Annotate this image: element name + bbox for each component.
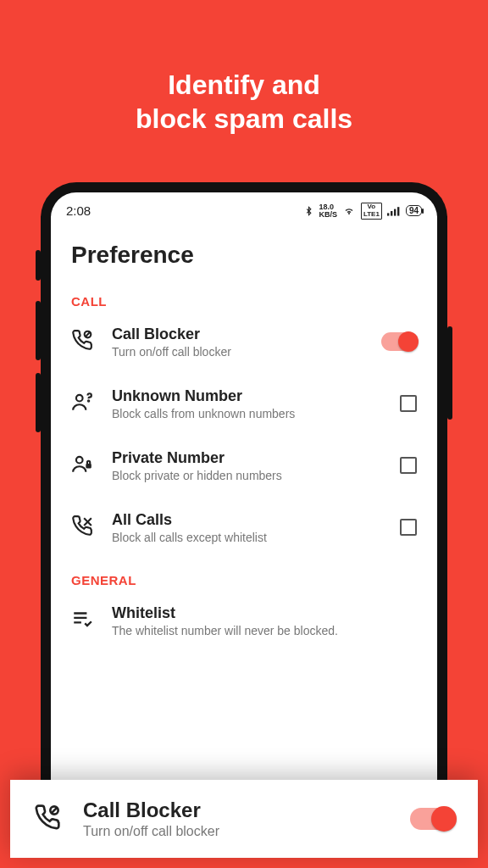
row-subtitle: Block calls from unknown numbers xyxy=(112,407,364,420)
private-person-icon xyxy=(71,453,95,478)
signal-icon xyxy=(387,206,401,216)
volte-icon: Vo LTE1 xyxy=(361,203,382,220)
checkbox-private-number[interactable] xyxy=(400,457,417,474)
row-title: Unknown Number xyxy=(112,387,364,405)
row-subtitle: The whitelist number will never be block… xyxy=(112,624,417,637)
row-unknown-number[interactable]: Unknown Number Block calls from unknown … xyxy=(71,387,417,420)
phone-frame-wrap: 2:08 18.0 KB/S Vo LTE1 94 xyxy=(41,182,447,826)
checkbox-unknown-number[interactable] xyxy=(400,395,417,412)
phone-block-icon xyxy=(71,329,95,354)
callout-card: Call Blocker Turn on/off call blocker xyxy=(10,780,478,858)
checkbox-all-calls[interactable] xyxy=(400,519,417,536)
phone-side-button xyxy=(447,326,452,420)
row-subtitle: Block private or hidden numbers xyxy=(112,469,364,482)
headline-line1: Identify and xyxy=(168,70,320,100)
phone-block-icon xyxy=(34,804,63,834)
call-slash-icon xyxy=(71,515,95,540)
row-title: Private Number xyxy=(112,449,364,467)
svg-point-5 xyxy=(76,395,83,402)
row-title: Call Blocker xyxy=(112,326,364,343)
toggle-call-blocker-callout[interactable] xyxy=(410,808,454,830)
row-private-number[interactable]: Private Number Block private or hidden n… xyxy=(71,449,417,482)
svg-point-6 xyxy=(88,400,89,401)
battery-indicator: 94 xyxy=(406,205,422,216)
phone-frame: 2:08 18.0 KB/S Vo LTE1 94 xyxy=(41,182,447,826)
callout-subtitle: Turn on/off call blocker xyxy=(83,824,390,839)
svg-rect-8 xyxy=(86,464,92,468)
bluetooth-icon xyxy=(304,205,313,217)
row-subtitle: Block all calls except whitelist xyxy=(112,531,364,544)
row-call-blocker[interactable]: Call Blocker Turn on/off call blocker xyxy=(71,326,417,359)
unknown-person-icon xyxy=(71,391,95,416)
settings-content: Preference CALL Call Blocker Turn on/off… xyxy=(51,225,437,637)
toggle-call-blocker[interactable] xyxy=(381,332,417,351)
callout-title: Call Blocker xyxy=(83,798,390,822)
svg-rect-1 xyxy=(391,211,392,216)
row-title: Whitelist xyxy=(112,604,417,622)
statusbar-time: 2:08 xyxy=(66,203,91,218)
statusbar: 2:08 18.0 KB/S Vo LTE1 94 xyxy=(51,192,437,225)
whitelist-icon xyxy=(71,608,95,633)
svg-rect-2 xyxy=(394,209,396,215)
data-rate-label: 18.0 KB/S xyxy=(319,203,337,219)
promo-background: Identify and block spam calls 2:08 18.0 … xyxy=(0,0,488,868)
row-all-calls[interactable]: All Calls Block all calls except whiteli… xyxy=(71,511,417,544)
section-call-label: CALL xyxy=(71,294,417,309)
row-subtitle: Turn on/off call blocker xyxy=(112,345,364,359)
row-whitelist[interactable]: Whitelist The whitelist number will neve… xyxy=(71,604,417,637)
wifi-icon xyxy=(342,206,356,216)
headline-line2: block spam calls xyxy=(136,103,352,134)
svg-point-7 xyxy=(76,457,83,464)
section-general-label: GENERAL xyxy=(71,573,417,587)
page-title: Preference xyxy=(71,242,417,269)
svg-rect-0 xyxy=(387,213,389,215)
row-title: All Calls xyxy=(112,511,364,529)
svg-rect-3 xyxy=(397,207,399,215)
promo-headline: Identify and block spam calls xyxy=(0,0,488,136)
statusbar-right: 18.0 KB/S Vo LTE1 94 xyxy=(304,203,422,220)
